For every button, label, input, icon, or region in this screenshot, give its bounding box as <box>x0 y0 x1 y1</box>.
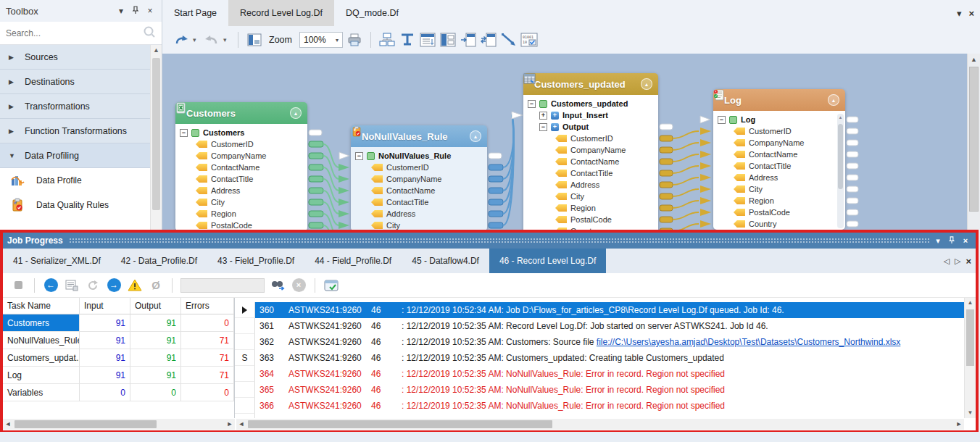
tree-root-customers-updated[interactable]: −Customers_updated <box>523 98 658 109</box>
column-header-errors[interactable]: Errors <box>181 298 234 314</box>
log-row-line[interactable]: 366ASTWKS241:926046: 12/12/2019 10:52:35… <box>255 398 964 414</box>
toolbox-scrollbar[interactable]: ▲ <box>150 45 162 230</box>
tree-field-region[interactable]: Region <box>523 202 658 214</box>
log-row-line[interactable]: 360ASTWKS241:926046: 12/12/2019 10:52:34… <box>255 302 964 318</box>
node-header-log[interactable]: ×Log▲ <box>713 89 845 111</box>
table-horizontal-scrollbar[interactable]: ◄ ► <box>3 419 235 430</box>
job-close-icon[interactable]: × <box>960 236 971 245</box>
log-row[interactable]: 362ASTWKS241:926046: 12/12/2019 10:52:35… <box>235 334 976 350</box>
log-search-input[interactable] <box>180 278 265 293</box>
log-row-line[interactable]: 367ASTWKS241:926046: 12/12/2019 10:52:35… <box>255 414 964 418</box>
toolbox-search-input[interactable] <box>6 28 143 38</box>
forward-button[interactable]: → <box>106 278 122 293</box>
task-name-cell[interactable]: Customers_updat... <box>3 349 80 367</box>
preview-data-icon[interactable]: 0100110 <box>520 31 538 49</box>
column-header-input[interactable]: Input <box>80 298 130 314</box>
node-log[interactable]: ×Log▲−LogCustomerIDCompanyNameContactNam… <box>713 89 845 230</box>
tabs-menu-caret-icon[interactable]: ▾ <box>957 8 962 19</box>
print-button[interactable] <box>346 31 363 49</box>
job-tab-42-data-profile-df[interactable]: 42 - Data_Profile.Df <box>111 249 207 273</box>
canvas-scroll-thumb[interactable] <box>969 67 979 212</box>
job-tab-close-icon[interactable]: × <box>966 256 971 267</box>
collapse-box-icon[interactable]: − <box>528 100 536 108</box>
tree-subnode-input-insert[interactable]: ++Input_Insert <box>523 109 658 121</box>
toolbox-pin-icon[interactable] <box>130 6 141 17</box>
log-row[interactable]: 360ASTWKS241:926046: 12/12/2019 10:52:34… <box>235 302 976 318</box>
job-tab-45-dataflow4-df[interactable]: 45 - Dataflow4.Df <box>402 249 489 273</box>
job-tab-43-field-profile-df[interactable]: 43 - Field_Profile.Df <box>207 249 304 273</box>
auto-layout-icon[interactable] <box>378 31 396 49</box>
toolbox-item-data-quality-rules[interactable]: ifData Quality Rules <box>0 193 150 217</box>
show-panel-icon[interactable] <box>439 31 457 49</box>
document-close-icon[interactable]: × <box>968 8 974 19</box>
job-tab-next-icon[interactable]: ▷ <box>955 257 960 266</box>
draw-link-icon[interactable] <box>500 31 518 49</box>
tree-field-contactname[interactable]: ContactName <box>523 156 658 167</box>
node-customers[interactable]: Customers▲−CustomersCustomerIDCompanyNam… <box>175 102 307 230</box>
log-hscroll-thumb[interactable] <box>248 420 552 428</box>
tree-field-companyname[interactable]: CompanyName <box>351 173 487 185</box>
link-nodes-icon[interactable] <box>480 31 497 49</box>
find-icon[interactable] <box>270 278 286 293</box>
canvas-vertical-scrollbar[interactable]: ▲ <box>967 54 980 230</box>
log-vertical-scrollbar[interactable]: ▲ ▼ <box>964 298 976 418</box>
node-header-customers-updated[interactable]: Customers_updated▲ <box>523 73 658 95</box>
back-button[interactable]: ← <box>43 278 59 293</box>
scroll-right-icon[interactable]: ► <box>225 419 235 430</box>
scroll-up-icon[interactable]: ▲ <box>837 114 844 121</box>
log-row[interactable]: S363ASTWKS241:926046: 12/12/2019 10:52:3… <box>235 350 976 366</box>
log-row[interactable]: 364ASTWKS241:926046: 12/12/2019 10:52:35… <box>235 366 976 382</box>
collapse-box-icon[interactable]: − <box>539 123 547 131</box>
column-header-output[interactable]: Output <box>130 298 181 314</box>
tree-field-address[interactable]: Address <box>523 179 658 191</box>
log-row-line[interactable]: 362ASTWKS241:926046: 12/12/2019 10:52:35… <box>255 334 964 350</box>
node-nonullvalues-rule[interactable]: ifNoNullValues_Rule▲−NoNullValues_RuleCu… <box>351 125 487 230</box>
task-name-cell[interactable]: NoNullValues_Rule <box>3 332 80 349</box>
refresh-button[interactable] <box>85 278 101 293</box>
tree-field-contacttitle[interactable]: ContactTitle <box>523 167 658 179</box>
tree-field-city[interactable]: City <box>523 191 658 202</box>
expand-box-icon[interactable]: + <box>539 112 547 120</box>
scroll-down-icon[interactable]: ▼ <box>965 408 976 418</box>
collapse-box-icon[interactable]: − <box>355 152 363 160</box>
node-header-nonullvalues-rule[interactable]: ifNoNullValues_Rule▲ <box>351 125 487 147</box>
scroll-up-icon[interactable]: ▲ <box>965 298 976 308</box>
collapse-box-icon[interactable]: − <box>180 129 188 137</box>
scroll-up-icon[interactable]: ▲ <box>151 45 162 56</box>
tree-field-address[interactable]: Address <box>175 185 307 196</box>
tree-field-contacttitle[interactable]: ContactTitle <box>175 173 307 185</box>
log-row[interactable]: 361ASTWKS241:926046: 12/12/2019 10:52:35… <box>235 318 976 334</box>
tree-field-postalcode[interactable]: PostalCode <box>175 220 307 230</box>
toolbox-category-sources[interactable]: ▶Sources <box>0 45 150 70</box>
tree-field-address[interactable]: Address <box>351 208 487 220</box>
align-center-icon[interactable] <box>399 31 416 49</box>
log-row-line[interactable]: 361ASTWKS241:926046: 12/12/2019 10:52:35… <box>255 318 964 334</box>
tree-root-customers[interactable]: −Customers <box>175 127 307 138</box>
redo-button[interactable] <box>203 31 220 49</box>
log-row-line[interactable]: 363ASTWKS241:926046: 12/12/2019 10:52:35… <box>255 350 964 366</box>
expand-all-icon[interactable] <box>419 31 436 49</box>
collapse-node-icon[interactable]: ▲ <box>470 130 481 142</box>
job-tab-46-record-level-log-df[interactable]: 46 - Record Level Log.Df <box>489 249 606 273</box>
table-row[interactable]: Log919171 <box>3 367 234 384</box>
table-row[interactable]: NoNullValues_Rule919171 <box>3 332 234 349</box>
toolbox-category-transformations[interactable]: ▶Transformations <box>0 94 150 119</box>
job-tab-44-field-profile-df[interactable]: 44 - Field_Profile.Df <box>304 249 402 273</box>
tree-field-customerid[interactable]: CustomerID <box>175 138 307 150</box>
dataflow-canvas[interactable]: Customers▲−CustomersCustomerIDCompanyNam… <box>162 54 967 230</box>
null-filter-icon[interactable]: Ø <box>148 278 164 293</box>
column-header-task-name[interactable]: Task Name <box>3 298 80 314</box>
node-header-customers[interactable]: Customers▲ <box>175 102 307 124</box>
tree-field-postalcode[interactable]: PostalCode <box>713 207 845 218</box>
tree-subnode-output[interactable]: −+Output <box>523 121 658 133</box>
table-row[interactable]: Variables000 <box>3 384 234 401</box>
job-pin-icon[interactable] <box>946 236 958 246</box>
redo-dropdown-caret-icon[interactable]: ▾ <box>223 36 231 43</box>
scroll-up-icon[interactable]: ▲ <box>968 54 980 65</box>
log-row[interactable]: 365ASTWKS241:926046: 12/12/2019 10:52:35… <box>235 382 976 398</box>
tree-field-region[interactable]: Region <box>175 208 307 220</box>
tree-field-companyname[interactable]: CompanyName <box>523 144 658 156</box>
node-inner-scrollbar[interactable]: ▲ <box>837 114 844 228</box>
log-horizontal-scrollbar[interactable]: ◄ ► <box>236 419 964 430</box>
scroll-left-icon[interactable]: ◄ <box>3 419 13 430</box>
